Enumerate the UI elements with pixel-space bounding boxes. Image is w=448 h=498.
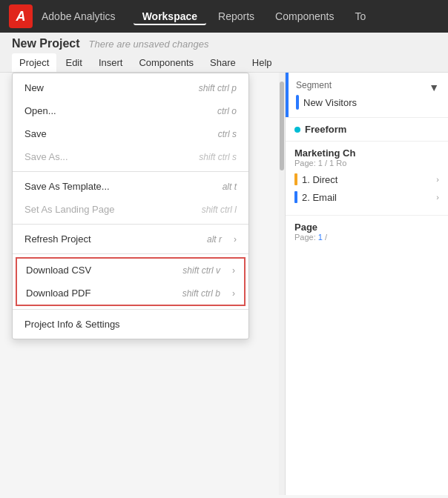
menu-item-refresh-shortcut: alt r (207, 234, 222, 245)
menu-item-save-as-template[interactable]: Save As Template... alt t (13, 175, 248, 198)
divider-2 (13, 224, 248, 225)
menu-item-pdf-label: Download PDF (26, 288, 90, 299)
nav-workspace[interactable]: Workspace (134, 7, 206, 25)
menu-item-csv-label: Download CSV (26, 265, 91, 276)
project-bar: New Project There are unsaved changes Pr… (0, 33, 448, 73)
row-color-bar-email (294, 191, 297, 203)
segment-chip: New Visitors (296, 95, 439, 110)
freeform-label: Freeform (305, 124, 346, 135)
menu-item-info-label: Project Info & Settings (24, 319, 120, 330)
menu-item-new[interactable]: New shift ctrl p (13, 76, 248, 99)
menu-item-save-template-label: Save As Template... (24, 181, 110, 192)
menu-item-open-shortcut: ctrl o (217, 106, 237, 116)
menu-item-project-info[interactable]: Project Info & Settings (13, 313, 248, 336)
row-label-direct: 1. Direct (302, 174, 337, 185)
segment-color-bar (296, 95, 299, 110)
divider-4 (13, 309, 248, 310)
menu-item-csv-shortcut: shift ctrl v (182, 265, 220, 276)
row-arrow-email: › (436, 193, 439, 202)
menu-item-save-as: Save As... shift ctrl s (13, 145, 248, 168)
menu-item-download-pdf[interactable]: Download PDF shift ctrl b › (17, 282, 244, 305)
menu-item-refresh-label: Refresh Project (24, 233, 91, 245)
scrollbar-thumb[interactable] (280, 82, 284, 170)
freeform-section: Freeform (286, 118, 448, 142)
menu-item-save-as-label: Save As... (24, 151, 68, 162)
unsaved-changes-text: There are unsaved changes (89, 39, 209, 50)
freeform-dot (294, 127, 300, 133)
marketing-channel-title: Marketing Ch (294, 147, 439, 159)
menu-item-set-landing: Set As Landing Page shift ctrl l (13, 198, 248, 221)
marketing-channel-section: Marketing Ch Page: 1 / 1 Ro 1. Direct › … (286, 142, 448, 212)
row-color-bar-direct (294, 173, 297, 185)
logo-letter: A (16, 9, 26, 24)
menu-components[interactable]: Components (131, 53, 201, 72)
refresh-arrow-icon: › (234, 234, 237, 245)
page-number: 1 (318, 233, 323, 242)
menu-item-save-shortcut: ctrl s (218, 129, 237, 139)
nav-more[interactable]: To (346, 7, 375, 25)
menu-insert[interactable]: Insert (91, 53, 131, 72)
menu-item-new-shortcut: shift ctrl p (199, 83, 237, 93)
segment-label: Segment (296, 80, 439, 90)
menu-item-landing-shortcut: shift ctrl l (202, 205, 237, 215)
project-title: New Project (12, 37, 80, 50)
menu-edit[interactable]: Edit (58, 53, 89, 72)
divider-1 (13, 171, 248, 172)
menu-project[interactable]: Project (12, 53, 56, 72)
page-title: Page (294, 222, 439, 233)
app-name: Adobe Analytics (42, 10, 116, 22)
menu-item-save-as-shortcut: shift ctrl s (199, 152, 237, 162)
nav-components[interactable]: Components (266, 7, 343, 25)
row-label-email: 2. Email (302, 192, 337, 203)
menu-item-open[interactable]: Open... ctrl o (13, 99, 248, 122)
marketing-channel-subtitle: Page: 1 / 1 Ro (294, 159, 439, 167)
project-menu-bar: Project Edit Insert Components Share Hel… (12, 53, 436, 72)
scrollbar-area[interactable] (279, 73, 285, 495)
csv-arrow-icon: › (232, 265, 235, 276)
filter-icon[interactable]: ▼ (429, 82, 439, 93)
app-logo: A (9, 4, 33, 28)
download-highlight-group: Download CSV shift ctrl v › Download PDF… (16, 257, 246, 306)
menu-item-save-template-shortcut: alt t (223, 182, 237, 192)
row-arrow-direct: › (436, 175, 439, 184)
segment-section: Segment New Visitors ▼ (286, 73, 448, 118)
table-row: 1. Direct › (294, 170, 439, 188)
menu-item-save[interactable]: Save ctrl s (13, 122, 248, 145)
menu-share[interactable]: Share (202, 53, 243, 72)
table-row: 2. Email › (294, 188, 439, 206)
page-section: Page Page: 1 / (286, 215, 448, 250)
menu-item-landing-label: Set As Landing Page (24, 204, 114, 215)
top-navigation: A Adobe Analytics Workspace Reports Comp… (0, 0, 448, 33)
divider-3 (13, 253, 248, 254)
pdf-arrow-icon: › (232, 288, 235, 299)
menu-help[interactable]: Help (245, 53, 280, 72)
menu-item-pdf-shortcut: shift ctrl b (182, 288, 220, 299)
page-subtitle: Page: 1 / (294, 233, 439, 242)
menu-item-download-csv[interactable]: Download CSV shift ctrl v › (17, 259, 244, 282)
menu-item-open-label: Open... (24, 105, 56, 116)
segment-name: New Visitors (303, 97, 357, 108)
main-content: New shift ctrl p Open... ctrl o Save ctr… (0, 73, 448, 495)
right-panel: Segment New Visitors ▼ Freeform Marketin… (285, 73, 448, 495)
menu-item-new-label: New (24, 82, 44, 93)
project-dropdown-menu: New shift ctrl p Open... ctrl o Save ctr… (12, 73, 249, 339)
nav-reports[interactable]: Reports (209, 7, 263, 25)
menu-item-refresh[interactable]: Refresh Project alt r › (13, 228, 248, 250)
menu-item-save-label: Save (24, 128, 47, 139)
